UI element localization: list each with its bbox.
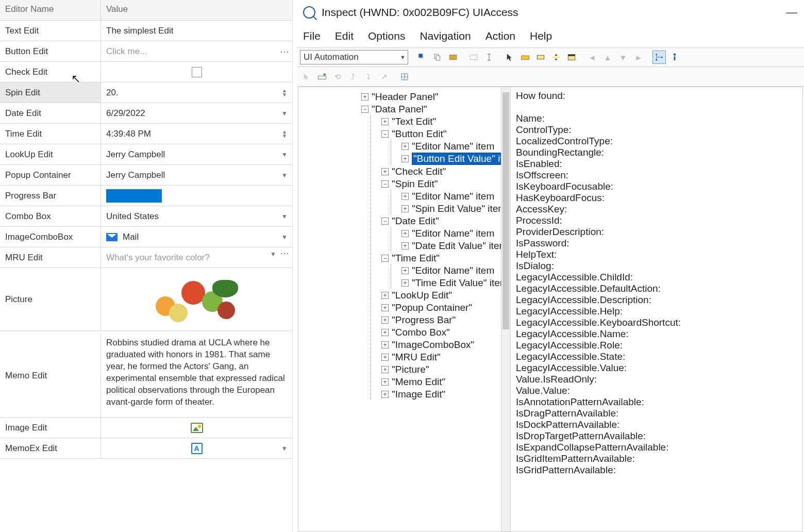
tree-time-edit-value[interactable]: +"Time Edit Value" item	[401, 277, 508, 289]
tree-date-edit-value[interactable]: +"Date Edit Value" item	[401, 240, 507, 252]
titlebar[interactable]: Inspect (HWND: 0x002B09FC) UIAccess —	[297, 0, 804, 25]
nav-right-icon[interactable]: ►	[632, 51, 645, 64]
tree-data-panel[interactable]: −"Data Panel"	[361, 104, 427, 115]
tree-progress-bar[interactable]: +"Progress Bar"	[381, 314, 456, 326]
row-combo-box[interactable]: Combo Box United States ▼	[0, 206, 292, 227]
tree-picture[interactable]: +"Picture"	[381, 364, 429, 375]
mode-combo[interactable]: UI Automation▼	[300, 50, 408, 64]
row-mru-edit[interactable]: MRU Edit What's your favorite color? ▼ ⋯	[0, 247, 292, 268]
tree-spin-edit-value[interactable]: +"Spin Edit Value" item	[401, 203, 506, 214]
action-keyboard-icon[interactable]	[315, 70, 329, 84]
tree-popup-container[interactable]: +"Popup Container"	[381, 302, 472, 313]
tree-time-editor-name[interactable]: +"Editor Name" item	[401, 265, 494, 276]
action-a-icon[interactable]: ⟲	[331, 70, 344, 84]
highlight-rect-icon[interactable]	[534, 51, 547, 64]
value-time-edit[interactable]: 4:39:48 PM ▲▼	[101, 129, 292, 139]
spinner-icon[interactable]: ▲▼	[280, 89, 289, 97]
scrollbar-thumb[interactable]	[502, 92, 509, 329]
value-memo[interactable]: Robbins studied drama at UCLA where he g…	[101, 334, 292, 411]
menu-action[interactable]: Action	[485, 30, 515, 42]
row-spin-edit[interactable]: Spin Edit 20. ▲▼	[0, 82, 292, 103]
refresh-icon[interactable]	[415, 51, 429, 64]
scrollbar[interactable]	[501, 87, 510, 531]
menu-navigation[interactable]: Navigation	[420, 30, 471, 42]
toolbar-secondary[interactable]: ⟲ ⤴ ⤵ ↗	[297, 67, 804, 87]
tree-spin-editor-name[interactable]: +"Editor Name" item	[401, 191, 494, 202]
col-value[interactable]: Value	[101, 0, 292, 20]
tree-button-edit[interactable]: −"Button Edit"	[381, 128, 446, 140]
tree-check-edit[interactable]: +"Check Edit"	[381, 166, 446, 177]
value-spin-edit[interactable]: 20. ▲▼	[101, 88, 292, 98]
tree-text-edit[interactable]: +"Text Edit"	[381, 116, 436, 127]
action-cursor-icon[interactable]	[300, 70, 313, 84]
tree-image-edit[interactable]: +"Image Edit"	[381, 389, 445, 400]
keyboard-icon[interactable]	[518, 51, 532, 64]
value-picture[interactable]	[101, 276, 292, 323]
tree-lookup-edit[interactable]: +"LookUp Edit"	[381, 290, 452, 301]
menu-edit[interactable]: Edit	[335, 30, 354, 42]
chevron-down-icon[interactable]: ▼	[280, 172, 289, 179]
tree-date-editor-name[interactable]: +"Editor Name" item	[401, 228, 494, 239]
row-lookup-edit[interactable]: LookUp Edit Jerry Campbell ▼	[0, 144, 292, 165]
tree-spin-edit[interactable]: −"Spin Edit"	[381, 178, 438, 190]
tree-image-combo[interactable]: +"ImageComboBox"	[381, 339, 474, 351]
value-popup[interactable]: Jerry Campbell ▼	[101, 170, 292, 180]
properties-pane[interactable]: How found: Name:ControlType:LocalizedCon…	[511, 87, 802, 531]
value-combo[interactable]: United States ▼	[101, 211, 292, 222]
action-c-icon[interactable]: ⤵	[362, 70, 375, 84]
value-text-edit[interactable]: The simplest Edit	[101, 26, 292, 36]
tree-time-edit[interactable]: −"Time Edit"	[381, 253, 440, 264]
window-highlight-icon[interactable]	[565, 51, 578, 64]
focus-target-icon[interactable]	[398, 70, 411, 84]
menubar[interactable]: File Edit Options Navigation Action Help	[297, 25, 804, 47]
row-button-edit[interactable]: Button Edit Click me... ⋯	[0, 41, 292, 62]
row-image-edit[interactable]: Image Edit	[0, 418, 292, 438]
row-image-combo[interactable]: ImageComboBox Mail ▼	[0, 227, 292, 247]
tree-header-panel[interactable]: +"Header Panel"	[361, 91, 439, 103]
chevron-down-icon[interactable]: ▼	[280, 445, 289, 452]
menu-options[interactable]: Options	[368, 30, 405, 42]
row-memoex-edit[interactable]: MemoEx Edit A ▼	[0, 438, 292, 459]
checkbox-icon[interactable]	[192, 67, 202, 77]
chevron-down-icon[interactable]: ▼	[280, 151, 289, 158]
value-check-edit[interactable]	[101, 67, 292, 77]
value-mru[interactable]: What's your favorite color? ▼ ⋯	[101, 253, 292, 263]
tree-combo-box[interactable]: +"Combo Box"	[381, 327, 450, 338]
ellipsis-icon[interactable]: ⋯	[280, 251, 289, 258]
tree-button-editor-name[interactable]: +"Editor Name" item	[401, 141, 494, 152]
tree-view-icon[interactable]	[652, 51, 666, 64]
menu-help[interactable]: Help	[530, 30, 552, 42]
chevron-down-icon[interactable]: ▼	[280, 110, 289, 117]
chevron-down-icon[interactable]: ▼	[280, 213, 289, 220]
ellipsis-icon[interactable]: ⋯	[280, 49, 289, 54]
row-time-edit[interactable]: Time Edit 4:39:48 PM ▲▼	[0, 124, 292, 144]
menu-file[interactable]: File	[303, 30, 321, 42]
chevron-down-icon[interactable]: ▼	[269, 251, 278, 258]
chevron-down-icon[interactable]: ▼	[280, 234, 289, 241]
nav-down-icon[interactable]: ▼	[616, 51, 630, 64]
tree-button-edit-value[interactable]: +"Button Edit Value" item	[401, 153, 511, 165]
chevron-down-icon[interactable]: ▼	[400, 54, 406, 60]
row-progress-bar[interactable]: Progress Bar	[0, 186, 292, 206]
value-button-edit[interactable]: Click me... ⋯	[101, 46, 292, 57]
nav-up-icon[interactable]: ▲	[601, 51, 614, 64]
tree-pane[interactable]: +"Header Panel" −"Data Panel" +"Text Edi…	[298, 87, 511, 531]
tree-memo-edit[interactable]: +"Memo Edit"	[381, 376, 445, 388]
text-cursor-icon[interactable]	[482, 51, 496, 64]
spinner-icon[interactable]: ▲▼	[280, 130, 289, 138]
pointer-icon[interactable]	[503, 51, 516, 64]
value-image-combo[interactable]: Mail ▼	[101, 232, 292, 242]
value-image-edit[interactable]	[101, 423, 292, 433]
caret-highlight-icon[interactable]	[549, 51, 563, 64]
row-text-edit[interactable]: Text Edit The simplest Edit	[0, 21, 292, 41]
col-editor-name[interactable]: Editor Name	[0, 0, 101, 20]
options-icon[interactable]	[446, 51, 460, 64]
value-date-edit[interactable]: 6/29/2022 ▼	[101, 108, 292, 119]
value-lookup-edit[interactable]: Jerry Campbell ▼	[101, 149, 292, 160]
row-picture[interactable]: Picture	[0, 268, 292, 331]
row-popup-container[interactable]: Popup Container Jerry Campbell ▼	[0, 165, 292, 186]
value-memoex[interactable]: A ▼	[101, 443, 292, 454]
row-check-edit[interactable]: Check Edit	[0, 62, 292, 82]
info-icon[interactable]	[668, 51, 681, 64]
row-date-edit[interactable]: Date Edit 6/29/2022 ▼	[0, 103, 292, 124]
